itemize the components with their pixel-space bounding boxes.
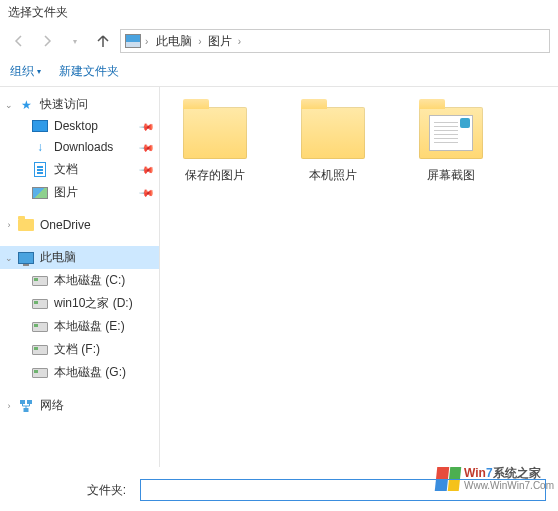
picture-icon <box>32 187 48 199</box>
drive-icon <box>32 345 48 355</box>
sidebar-item-label: 文档 (F:) <box>54 341 100 358</box>
chevron-down-icon: ▾ <box>37 67 41 76</box>
organize-label: 组织 <box>10 63 34 80</box>
sidebar-drive-c[interactable]: 本地磁盘 (C:) <box>0 269 159 292</box>
sidebar-drive-e[interactable]: 本地磁盘 (E:) <box>0 315 159 338</box>
drive-icon <box>32 299 48 309</box>
chevron-right-icon: › <box>145 36 148 47</box>
svg-rect-1 <box>27 400 32 404</box>
network-icon <box>18 398 34 414</box>
network-label: 网络 <box>40 397 64 414</box>
recent-dropdown[interactable]: ▾ <box>64 30 86 52</box>
nav-bar: ▾ › 此电脑 › 图片 › <box>0 25 558 57</box>
onedrive-group: › OneDrive <box>0 214 159 236</box>
folder-name-input[interactable] <box>140 479 546 501</box>
chevron-right-icon: › <box>198 36 201 47</box>
pin-icon: 📌 <box>139 184 155 200</box>
sidebar-onedrive[interactable]: › OneDrive <box>0 214 159 236</box>
pc-icon <box>18 252 34 264</box>
items-row: 保存的图片 本机照片 屏幕截图 <box>170 107 548 184</box>
collapse-icon[interactable]: ⌄ <box>4 253 14 263</box>
forward-button[interactable] <box>36 30 58 52</box>
star-icon: ★ <box>18 97 34 113</box>
svg-rect-0 <box>20 400 25 404</box>
network-group: › 网络 <box>0 394 159 417</box>
sidebar-drive-g[interactable]: 本地磁盘 (G:) <box>0 361 159 384</box>
sidebar-item-label: 本地磁盘 (G:) <box>54 364 126 381</box>
breadcrumb-current[interactable]: 图片 <box>204 31 236 52</box>
sidebar-item-label: Downloads <box>54 140 113 154</box>
drive-icon <box>32 322 48 332</box>
sidebar-item-label: Desktop <box>54 119 98 133</box>
folder-thumbnail-icon <box>419 107 483 159</box>
document-icon <box>34 162 46 177</box>
sidebar-item-desktop[interactable]: Desktop 📌 <box>0 116 159 136</box>
sidebar-drive-d[interactable]: win10之家 (D:) <box>0 292 159 315</box>
sidebar-network[interactable]: › 网络 <box>0 394 159 417</box>
address-bar[interactable]: › 此电脑 › 图片 › <box>120 29 550 53</box>
this-pc-group: ⌄ 此电脑 本地磁盘 (C:) win10之家 (D:) 本地磁盘 (E:) 文… <box>0 246 159 384</box>
content-pane[interactable]: 保存的图片 本机照片 屏幕截图 <box>160 87 558 467</box>
pin-icon: 📌 <box>139 118 155 134</box>
pin-icon: 📌 <box>139 161 155 177</box>
sidebar-item-label: 图片 <box>54 184 78 201</box>
item-label: 保存的图片 <box>170 167 260 184</box>
sidebar-item-label: 文档 <box>54 161 78 178</box>
expand-icon[interactable]: › <box>4 401 14 411</box>
window-title: 选择文件夹 <box>0 0 558 25</box>
drive-icon <box>32 368 48 378</box>
onedrive-label: OneDrive <box>40 218 91 232</box>
breadcrumb: 此电脑 › 图片 › <box>152 31 241 52</box>
folder-field-label: 文件夹: <box>12 482 132 499</box>
sidebar-item-pictures[interactable]: 图片 📌 <box>0 181 159 204</box>
sidebar-item-label: 本地磁盘 (C:) <box>54 272 125 289</box>
main-area: ⌄ ★ 快速访问 Desktop 📌 ↓ Downloads 📌 文档 📌 <box>0 87 558 467</box>
onedrive-icon <box>18 219 34 231</box>
quick-access-group: ⌄ ★ 快速访问 Desktop 📌 ↓ Downloads 📌 文档 📌 <box>0 93 159 204</box>
item-label: 本机照片 <box>288 167 378 184</box>
item-label: 屏幕截图 <box>406 167 496 184</box>
svg-rect-2 <box>24 408 29 412</box>
back-button[interactable] <box>8 30 30 52</box>
folder-item[interactable]: 本机照片 <box>288 107 378 184</box>
collapse-icon[interactable]: ⌄ <box>4 100 14 110</box>
sidebar-item-label: 本地磁盘 (E:) <box>54 318 125 335</box>
folder-item[interactable]: 保存的图片 <box>170 107 260 184</box>
this-pc-label: 此电脑 <box>40 249 76 266</box>
folder-icon <box>183 107 247 159</box>
sidebar-item-downloads[interactable]: ↓ Downloads 📌 <box>0 136 159 158</box>
sidebar-this-pc[interactable]: ⌄ 此电脑 <box>0 246 159 269</box>
expand-icon[interactable]: › <box>4 220 14 230</box>
chevron-right-icon: › <box>238 36 241 47</box>
drive-icon <box>32 276 48 286</box>
toolbar: 组织 ▾ 新建文件夹 <box>0 57 558 87</box>
sidebar-item-label: win10之家 (D:) <box>54 295 133 312</box>
folder-item[interactable]: 屏幕截图 <box>406 107 496 184</box>
desktop-icon <box>32 120 48 132</box>
sidebar-quick-access[interactable]: ⌄ ★ 快速访问 <box>0 93 159 116</box>
quick-access-label: 快速访问 <box>40 96 88 113</box>
sidebar-drive-f[interactable]: 文档 (F:) <box>0 338 159 361</box>
breadcrumb-root[interactable]: 此电脑 <box>152 31 196 52</box>
folder-icon <box>301 107 365 159</box>
footer: 文件夹: <box>0 469 558 511</box>
download-icon: ↓ <box>32 139 48 155</box>
organize-menu[interactable]: 组织 ▾ <box>10 63 41 80</box>
sidebar: ⌄ ★ 快速访问 Desktop 📌 ↓ Downloads 📌 文档 📌 <box>0 87 160 467</box>
new-folder-button[interactable]: 新建文件夹 <box>59 63 119 80</box>
this-pc-icon <box>125 34 141 48</box>
up-button[interactable] <box>92 30 114 52</box>
pin-icon: 📌 <box>139 139 155 155</box>
sidebar-item-documents[interactable]: 文档 📌 <box>0 158 159 181</box>
